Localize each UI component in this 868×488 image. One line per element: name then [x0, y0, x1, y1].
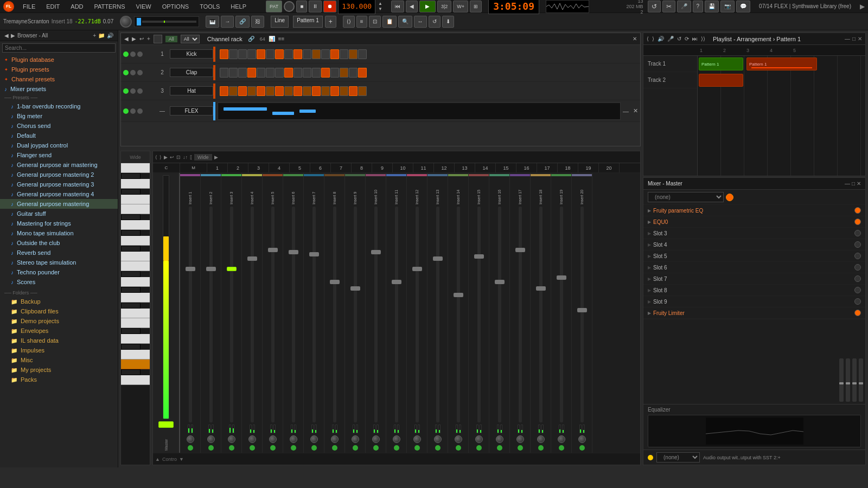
playlist-nav-right[interactable]: ⟩: [652, 36, 654, 42]
pad-1-11[interactable]: [312, 49, 321, 59]
ch16-power-dot[interactable]: [497, 445, 502, 451]
ch10-fader[interactable]: [371, 250, 381, 254]
mixer-ch-15[interactable]: Insert 15: [469, 173, 489, 453]
slot-5-power[interactable]: [854, 253, 861, 259]
ch10-power-dot[interactable]: [373, 445, 379, 451]
pad-1-14[interactable]: [340, 49, 348, 59]
ch11-fader[interactable]: [392, 280, 401, 284]
pad-1-7[interactable]: [275, 49, 284, 59]
sidebar-btn-2[interactable]: 📁: [98, 33, 105, 38]
tool-link[interactable]: 🔗: [235, 16, 250, 28]
slot-3[interactable]: ▶ Slot 3: [643, 228, 865, 239]
pad-2-4[interactable]: [247, 68, 256, 78]
ch4-solo[interactable]: [137, 108, 143, 114]
time-sig-btn[interactable]: 3|2: [437, 1, 451, 12]
line-mode-select[interactable]: Line: [271, 16, 289, 28]
ch12-power-dot[interactable]: [414, 445, 420, 451]
pad-2-7[interactable]: [275, 68, 284, 78]
ch17-fader[interactable]: [515, 248, 525, 252]
pattern-block-green[interactable]: Pattern 1: [699, 57, 743, 70]
mixer-ch-20[interactable]: Insert 20: [572, 173, 592, 453]
ch6-knob[interactable]: [290, 435, 297, 443]
pad-2-10[interactable]: [303, 68, 311, 78]
mixer-ch-17[interactable]: Insert 17: [510, 173, 531, 453]
sidebar-item-default[interactable]: Default: [0, 131, 118, 140]
slot-7[interactable]: ▶ Slot 7: [643, 273, 865, 285]
pad-1-5[interactable]: [257, 49, 265, 59]
tool-chain[interactable]: ⛓: [251, 16, 264, 28]
stop-button[interactable]: ■: [296, 1, 307, 12]
pattern-block-red-2[interactable]: [699, 74, 743, 87]
ch7-knob[interactable]: [310, 435, 318, 443]
ch16-knob[interactable]: [496, 435, 503, 443]
bpm-up[interactable]: ▲: [378, 1, 382, 6]
mixer-fader-2[interactable]: [846, 358, 850, 402]
ch12-fader[interactable]: [412, 267, 422, 271]
pad-3-5[interactable]: [257, 86, 265, 96]
playlist-maximize[interactable]: □: [852, 36, 856, 42]
nav-btn-7[interactable]: ↺: [429, 16, 441, 28]
playlist-tool-3[interactable]: ↺: [677, 36, 681, 42]
bpm-down[interactable]: ▼: [378, 7, 382, 11]
playlist-close[interactable]: ✕: [858, 36, 862, 42]
rewind-btn[interactable]: ⏮: [391, 1, 404, 12]
tool-btn-7[interactable]: 💬: [736, 1, 750, 12]
sidebar-item-channel-presets[interactable]: Channel presets: [0, 74, 118, 84]
mixer-ch-13[interactable]: Insert 13: [427, 173, 448, 453]
pad-1-1[interactable]: [220, 49, 228, 59]
ch19-fader[interactable]: [557, 275, 566, 280]
nav-arrow-right[interactable]: ▶: [860, 3, 865, 10]
mixer-fader-3[interactable]: [852, 358, 857, 402]
sidebar-item-gp-master3[interactable]: General purpose mastering 3: [0, 179, 118, 189]
sidebar-item-gp-master[interactable]: General purpose mastering: [0, 199, 118, 209]
sidebar-item-impulses[interactable]: Impulses: [0, 345, 118, 355]
ch15-knob[interactable]: [475, 435, 483, 443]
ch5-fader[interactable]: [268, 248, 278, 252]
ch2-knob[interactable]: [207, 435, 215, 443]
ch12-knob[interactable]: [413, 435, 421, 443]
sidebar-item-scores[interactable]: Scores: [0, 277, 118, 287]
bpm-display[interactable]: 130.000: [338, 0, 375, 14]
pad-3-9[interactable]: [293, 86, 302, 96]
nav-btn-2[interactable]: ≡: [356, 16, 367, 28]
slot-4[interactable]: ▶ Slot 4: [643, 239, 865, 251]
menu-tools[interactable]: TOOLS: [197, 2, 222, 11]
ch1-solo[interactable]: [137, 52, 143, 57]
ch4-power[interactable]: [123, 108, 129, 114]
sidebar-item-mastering-strings[interactable]: Mastering for strings: [0, 219, 118, 228]
sidebar-item-dual-joypad[interactable]: Dual joypad control: [0, 140, 118, 150]
ch10-knob[interactable]: [372, 435, 380, 443]
pad-1-15[interactable]: [349, 49, 358, 59]
nav-btn-1[interactable]: ⟨⟩: [343, 16, 355, 28]
slot-6[interactable]: ▶ Slot 6: [643, 262, 865, 273]
pad-2-13[interactable]: [330, 68, 339, 78]
pad-2-5[interactable]: [257, 68, 265, 78]
ch17-power-dot[interactable]: [518, 445, 523, 451]
pad-3-3[interactable]: [238, 86, 247, 96]
pad-1-8[interactable]: [284, 49, 293, 59]
ch20-power-dot[interactable]: [579, 445, 585, 451]
tool-btn-3[interactable]: 🎤: [677, 1, 691, 12]
tool-arrow[interactable]: →: [221, 16, 234, 28]
master-fader[interactable]: [158, 421, 174, 428]
ch16-fader[interactable]: [495, 280, 505, 284]
pad-2-16[interactable]: [358, 68, 367, 78]
ch4-mute[interactable]: [130, 108, 136, 114]
ch3-power-dot[interactable]: [229, 445, 234, 451]
mixer-ch-7[interactable]: Insert 7: [304, 173, 324, 453]
close-btn[interactable]: ✕: [631, 106, 640, 115]
playlist-nav-left[interactable]: ⟨: [647, 36, 649, 42]
channel-rack-chart[interactable]: 📊: [269, 36, 275, 42]
mixer-ch-1[interactable]: Insert 1: [180, 173, 201, 453]
mixer-ch-16[interactable]: Insert 16: [489, 173, 510, 453]
stutter-btn[interactable]: W+: [453, 1, 468, 12]
pad-2-14[interactable]: [340, 68, 348, 78]
ch17-knob[interactable]: [516, 435, 524, 443]
pad-1-13[interactable]: [330, 49, 339, 59]
pad-1-4[interactable]: [247, 49, 256, 59]
mixer-ch-5[interactable]: Insert 5: [263, 173, 283, 453]
mixer-ch-8[interactable]: Insert 8: [324, 173, 345, 453]
channel-rack-link[interactable]: 🔗: [248, 36, 254, 42]
sidebar-item-reverb-send[interactable]: Reverb send: [0, 248, 118, 258]
sidebar-item-gp-master4[interactable]: General purpose mastering 4: [0, 189, 118, 199]
